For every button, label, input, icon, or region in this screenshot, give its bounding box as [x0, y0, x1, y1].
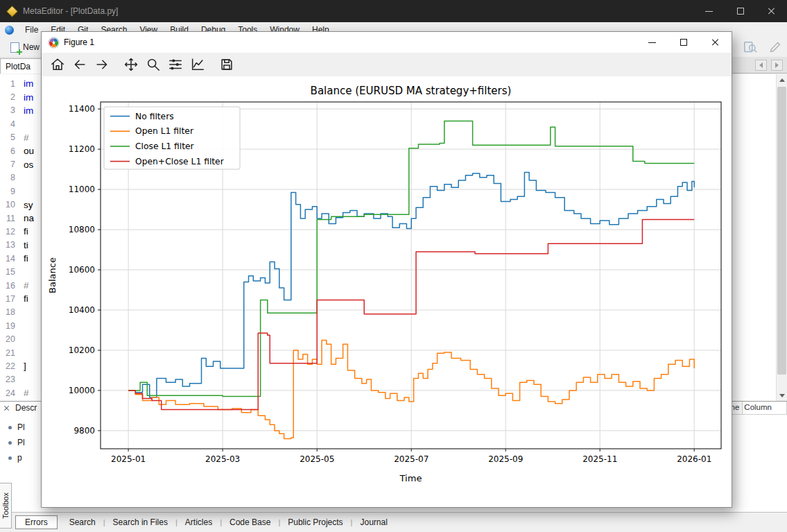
list-item[interactable]: p — [0, 450, 25, 465]
balance-chart: 2025-012025-032025-052025-072025-092025-… — [42, 76, 732, 507]
status-tab-articles[interactable]: Articles — [179, 516, 218, 529]
code-text: ti — [24, 240, 28, 250]
minimize-icon — [648, 42, 656, 43]
code-text: sy — [24, 200, 33, 210]
line-number: 7 — [0, 160, 15, 169]
line-number: 8 — [0, 173, 15, 182]
subplots-button[interactable] — [165, 54, 186, 75]
tab-label: PlotDa — [6, 62, 31, 71]
zoom-icon — [146, 57, 161, 72]
status-tab-errors[interactable]: Errors — [15, 515, 58, 529]
code-text: im — [24, 92, 33, 103]
status-tab-search[interactable]: Search — [63, 516, 102, 529]
tab-separator: | — [278, 518, 280, 526]
legend-label: Close L1 filter — [135, 141, 195, 151]
customize-icon — [190, 57, 205, 72]
scrollbar-thumb[interactable] — [777, 87, 786, 375]
line-number: 21 — [0, 348, 15, 358]
close-icon — [711, 38, 720, 46]
figure-title-bar[interactable]: Figure 1 — [42, 32, 732, 53]
figure-maximize-button[interactable] — [668, 32, 700, 53]
bullet-icon — [8, 456, 12, 460]
figure-minimize-button[interactable] — [636, 32, 668, 53]
x-tick-label: 2025-09 — [488, 454, 523, 464]
metaeditor-title-bar[interactable]: MetaEditor - [PlotData.py] — [0, 0, 787, 22]
metaeditor-logo-icon — [6, 6, 18, 17]
home-icon — [50, 57, 65, 72]
code-text: fi — [24, 253, 28, 264]
y-axis-label: Balance — [47, 257, 58, 293]
list-item-label: p — [17, 453, 22, 463]
search-online-icon[interactable] — [743, 40, 758, 55]
scroll-down-button[interactable] — [777, 390, 787, 401]
code-text: im — [24, 105, 33, 116]
list-item[interactable]: Pl — [0, 420, 25, 435]
line-number: 24 — [0, 388, 15, 398]
tab-scroll-right-button[interactable] — [771, 60, 783, 71]
forward-icon — [94, 57, 110, 72]
x-tick-label: 2025-05 — [300, 454, 334, 464]
y-tick-label: 10600 — [69, 265, 95, 275]
line-number: 14 — [0, 254, 15, 264]
list-item[interactable]: Pl — [0, 435, 25, 450]
save-button[interactable] — [216, 54, 237, 75]
y-tick-label: 9800 — [73, 426, 95, 436]
figure-canvas[interactable]: 2025-012025-032025-052025-072025-092025-… — [42, 76, 732, 507]
description-panel-header: Descr — [0, 403, 37, 413]
line-number: 5 — [0, 132, 15, 142]
line-number: 13 — [0, 240, 15, 250]
tab-separator: | — [103, 518, 105, 526]
figure-close-button[interactable] — [700, 32, 732, 53]
line-number: 18 — [0, 307, 15, 317]
customize-button[interactable] — [187, 54, 208, 75]
forward-button[interactable] — [92, 54, 112, 75]
legend-label: Open L1 filter — [135, 126, 194, 136]
maximize-button[interactable] — [725, 0, 756, 22]
toolbox-vertical-tab[interactable]: Toolbox — [0, 483, 12, 529]
line-number: 12 — [0, 227, 15, 237]
line-number: 11 — [0, 214, 15, 223]
description-panel-title: Descr — [15, 403, 37, 413]
line-number: 10 — [0, 200, 15, 209]
code-text: # — [24, 388, 29, 398]
maximize-icon — [680, 39, 687, 46]
pan-button[interactable] — [121, 54, 141, 75]
status-tab-search-in-files[interactable]: Search in Files — [107, 516, 174, 529]
x-axis-label: Time — [399, 473, 422, 483]
code-text: # — [24, 132, 29, 143]
y-tick-label: 10200 — [69, 345, 95, 355]
edit-pencil-icon[interactable] — [768, 40, 783, 55]
code-text: ] — [24, 361, 26, 371]
list-item-label: Pl — [17, 422, 25, 432]
line-number: 23 — [0, 375, 15, 384]
minimize-icon — [705, 11, 713, 12]
scroll-up-button[interactable] — [777, 74, 787, 85]
bullet-icon — [8, 441, 12, 445]
maximize-icon — [737, 8, 744, 15]
tab-scroll-left-button[interactable] — [755, 60, 767, 71]
status-tab-public-projects[interactable]: Public Projects — [282, 516, 349, 529]
y-tick-label: 11000 — [69, 185, 95, 194]
line-number: 2 — [0, 92, 15, 102]
status-tab-journal[interactable]: Journal — [354, 516, 393, 529]
close-button[interactable] — [756, 0, 787, 22]
line-number: 19 — [0, 321, 15, 331]
home-button[interactable] — [47, 54, 68, 75]
line-number: 9 — [0, 187, 15, 196]
y-tick-label: 11200 — [69, 144, 95, 154]
zoom-button[interactable] — [143, 54, 164, 75]
tab-scroll-arrows — [755, 60, 783, 71]
line-number: 22 — [0, 361, 15, 371]
close-panel-icon[interactable] — [3, 405, 10, 411]
minimize-button[interactable] — [693, 0, 725, 22]
column-header-column[interactable]: Column — [743, 402, 787, 414]
description-list: PlPlp — [0, 420, 25, 465]
code-text: na — [24, 213, 34, 223]
code-text: ou — [24, 146, 34, 156]
status-tab-code-base[interactable]: Code Base — [223, 516, 277, 529]
triangle-up-icon — [779, 78, 785, 82]
y-tick-label: 10000 — [69, 386, 95, 395]
editor-scrollbar[interactable] — [776, 74, 787, 401]
back-button[interactable] — [69, 54, 90, 75]
line-number: 3 — [0, 105, 15, 115]
